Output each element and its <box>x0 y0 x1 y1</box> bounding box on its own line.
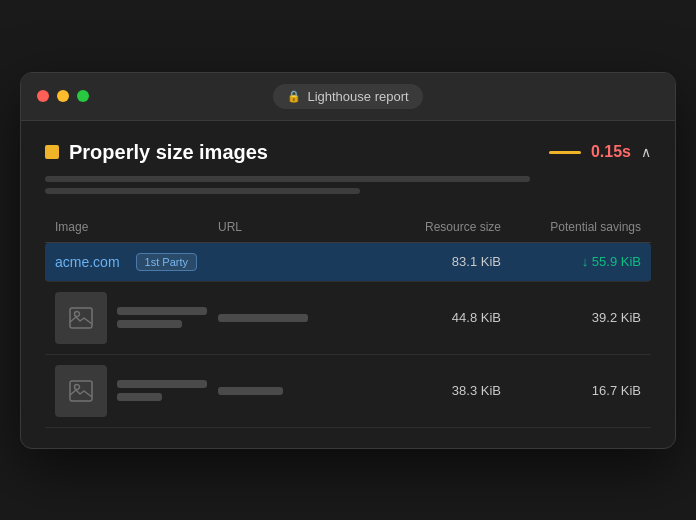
row-image-col: acme.com 1st Party <box>55 253 218 271</box>
text-line <box>117 380 207 388</box>
row-domain[interactable]: acme.com <box>55 254 120 270</box>
row-savings: 39.2 KiB <box>501 310 641 325</box>
row-image-col <box>55 365 218 417</box>
audit-header: Properly size images 0.15s ∧ <box>45 141 651 164</box>
row-savings: ↓ 55.9 KiB <box>501 254 641 269</box>
row-url <box>218 314 381 322</box>
audit-line <box>549 151 581 154</box>
title-pill: 🔒 Lighthouse report <box>273 84 422 109</box>
col-header-image: Image <box>55 220 218 234</box>
window-title: Lighthouse report <box>307 89 408 104</box>
url-line <box>218 314 308 322</box>
maximize-button[interactable] <box>77 90 89 102</box>
table-header: Image URL Resource size Potential saving… <box>45 212 651 243</box>
table-row: 38.3 KiB 16.7 KiB <box>45 355 651 428</box>
party-badge: 1st Party <box>136 253 197 271</box>
close-button[interactable] <box>37 90 49 102</box>
row-resource-size: 38.3 KiB <box>381 383 501 398</box>
row-text-lines <box>117 380 207 401</box>
row-resource-size: 44.8 KiB <box>381 310 501 325</box>
main-window: 🔒 Lighthouse report Properly size images… <box>20 72 676 449</box>
row-url <box>218 387 381 395</box>
svg-point-3 <box>75 384 80 389</box>
col-header-url: URL <box>218 220 381 234</box>
text-line <box>117 307 207 315</box>
image-thumbnail <box>55 365 107 417</box>
lock-icon: 🔒 <box>287 90 301 103</box>
audit-icon <box>45 145 59 159</box>
svg-rect-2 <box>70 381 92 401</box>
image-thumbnail <box>55 292 107 344</box>
svg-point-1 <box>75 311 80 316</box>
col-header-potential-savings: Potential savings <box>501 220 641 234</box>
row-text-lines <box>117 307 207 328</box>
url-text-lines <box>218 314 381 322</box>
audit-title: Properly size images <box>69 141 268 164</box>
content-area: Properly size images 0.15s ∧ Image URL R… <box>21 121 675 448</box>
audit-meta: 0.15s ∧ <box>549 143 651 161</box>
progress-bar-1 <box>45 176 530 182</box>
chevron-up-icon[interactable]: ∧ <box>641 144 651 160</box>
svg-rect-0 <box>70 308 92 328</box>
table-row: 44.8 KiB 39.2 KiB <box>45 282 651 355</box>
row-savings: 16.7 KiB <box>501 383 641 398</box>
text-line <box>117 320 182 328</box>
progress-bar-2 <box>45 188 360 194</box>
text-line <box>117 393 162 401</box>
audit-title-group: Properly size images <box>45 141 268 164</box>
minimize-button[interactable] <box>57 90 69 102</box>
audit-time: 0.15s <box>591 143 631 161</box>
titlebar: 🔒 Lighthouse report <box>21 73 675 121</box>
progress-bars <box>45 176 651 194</box>
table-row: acme.com 1st Party 83.1 KiB ↓ 55.9 KiB <box>45 243 651 282</box>
row-resource-size: 83.1 KiB <box>381 254 501 269</box>
traffic-lights <box>37 90 89 102</box>
url-text-lines <box>218 387 381 395</box>
row-image-col <box>55 292 218 344</box>
col-header-resource-size: Resource size <box>381 220 501 234</box>
url-line <box>218 387 283 395</box>
